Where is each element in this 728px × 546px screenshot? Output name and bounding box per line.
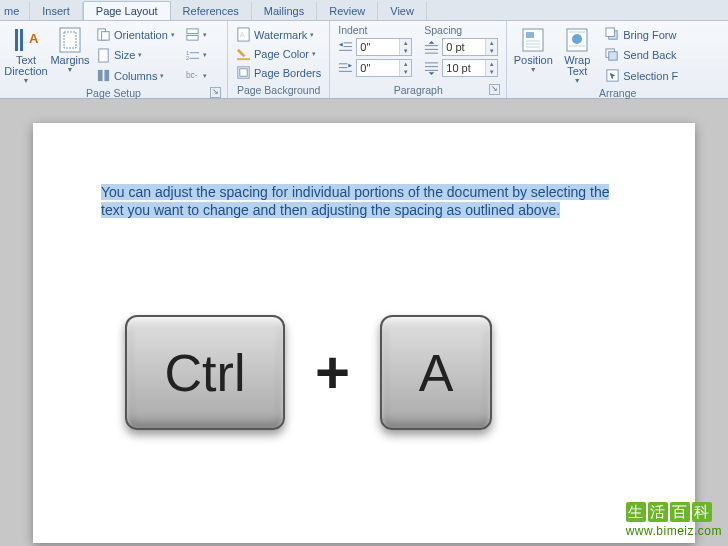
- space-after-spinbox[interactable]: 10 pt ▲▼: [442, 59, 498, 77]
- page-borders-label: Page Borders: [254, 67, 321, 79]
- svg-rect-0: [15, 29, 18, 51]
- space-after-down[interactable]: ▼: [486, 68, 497, 76]
- svg-rect-6: [102, 32, 110, 40]
- columns-button[interactable]: Columns ▾: [94, 67, 177, 84]
- svg-point-40: [572, 34, 582, 44]
- svg-rect-1: [20, 29, 23, 51]
- wm-url: www.bimeiz.com: [626, 524, 722, 538]
- group-page-setup: A Text Direction ▼ Margins ▼ Orientation…: [0, 21, 228, 98]
- key-ctrl: Ctrl: [125, 315, 285, 430]
- space-before-down[interactable]: ▼: [486, 47, 497, 55]
- space-before-up[interactable]: ▲: [486, 39, 497, 47]
- position-dropdown-icon: ▼: [530, 66, 537, 73]
- page-color-button[interactable]: Page Color ▾: [234, 45, 323, 62]
- plus-symbol: +: [315, 338, 350, 407]
- size-label: Size: [114, 49, 135, 61]
- svg-rect-46: [609, 51, 617, 59]
- tab-mailings[interactable]: Mailings: [252, 2, 317, 20]
- page-borders-icon: [236, 65, 251, 80]
- indent-right-down[interactable]: ▼: [400, 68, 411, 76]
- hyphenation-icon: bc-: [185, 68, 200, 83]
- space-before-spinbox[interactable]: 0 pt ▲▼: [442, 38, 498, 56]
- indent-left-value: 0": [357, 41, 399, 53]
- indent-left-spinbox[interactable]: 0" ▲▼: [356, 38, 412, 56]
- tab-references[interactable]: References: [171, 2, 252, 20]
- svg-rect-11: [187, 35, 198, 40]
- svg-rect-44: [606, 28, 614, 36]
- wrap-text-button[interactable]: Wrap Text ▼: [555, 24, 599, 86]
- keyboard-shortcut-overlay: Ctrl + A: [125, 315, 492, 430]
- hyphenation-button[interactable]: bc- ▾: [183, 67, 209, 84]
- selected-text[interactable]: You can adjust the spacing for individua…: [101, 184, 609, 218]
- orientation-button[interactable]: Orientation ▾: [94, 26, 177, 43]
- indent-heading: Indent: [338, 24, 412, 36]
- position-button[interactable]: Position ▼: [511, 24, 555, 86]
- svg-rect-35: [526, 32, 534, 38]
- wm-c3: 百: [670, 502, 690, 522]
- space-before-value: 0 pt: [443, 41, 485, 53]
- arrange-label: Arrange: [599, 87, 636, 99]
- indent-right-spinbox[interactable]: 0" ▲▼: [356, 59, 412, 77]
- text-direction-label: Text Direction: [4, 55, 47, 77]
- group-label-page-background: Page Background: [232, 83, 325, 98]
- size-dropdown-icon: ▾: [138, 51, 142, 59]
- position-label: Position: [514, 55, 553, 66]
- size-button[interactable]: Size ▾: [94, 47, 177, 64]
- paragraph-launcher[interactable]: ↘: [489, 84, 500, 95]
- indent-left-down[interactable]: ▼: [400, 47, 411, 55]
- indent-right-up[interactable]: ▲: [400, 60, 411, 68]
- selection-pane-label: Selection F: [623, 70, 678, 82]
- page-setup-launcher[interactable]: ↘: [210, 87, 221, 98]
- line-numbers-button[interactable]: 12 ▾: [183, 47, 209, 64]
- margins-label: Margins: [50, 55, 89, 66]
- page-background-label: Page Background: [237, 84, 320, 96]
- page-borders-button[interactable]: Page Borders: [234, 64, 323, 81]
- columns-label: Columns: [114, 70, 157, 82]
- paragraph-label: Paragraph: [394, 84, 443, 96]
- source-watermark: 生 活 百 科 www.bimeiz.com: [626, 502, 722, 538]
- svg-rect-9: [104, 70, 109, 81]
- wm-c1: 生: [626, 502, 646, 522]
- line-numbers-icon: 12: [185, 48, 200, 63]
- selection-pane-button[interactable]: Selection F: [603, 67, 680, 84]
- svg-rect-19: [237, 58, 250, 60]
- breaks-button[interactable]: ▾: [183, 26, 209, 43]
- tab-review[interactable]: Review: [317, 2, 378, 20]
- breaks-icon: [185, 27, 200, 42]
- watermark-button[interactable]: A Watermark ▾: [234, 26, 323, 43]
- tab-home[interactable]: me: [0, 2, 30, 20]
- svg-text:A: A: [29, 31, 39, 46]
- margins-button[interactable]: Margins ▼: [48, 24, 92, 86]
- tab-view[interactable]: View: [378, 2, 427, 20]
- watermark-label: Watermark: [254, 29, 307, 41]
- space-after-icon: [424, 61, 439, 76]
- text-direction-button[interactable]: A Text Direction ▼: [4, 24, 48, 86]
- bring-forward-button[interactable]: Bring Forw: [603, 26, 680, 43]
- columns-icon: [96, 68, 111, 83]
- group-paragraph: Indent 0" ▲▼ 0" ▲▼: [330, 21, 507, 98]
- ribbon-tabs: me Insert Page Layout References Mailing…: [0, 0, 728, 21]
- page-setup-label: Page Setup: [86, 87, 141, 99]
- indent-left-icon: [338, 40, 353, 55]
- text-direction-icon: A: [12, 26, 40, 54]
- send-backward-button[interactable]: Send Back: [603, 47, 680, 64]
- size-icon: [96, 48, 111, 63]
- svg-text:2: 2: [186, 55, 189, 61]
- space-after-up[interactable]: ▲: [486, 60, 497, 68]
- send-backward-icon: [605, 48, 620, 63]
- group-arrange: Position ▼ Wrap Text ▼ Bring Forw Send B…: [507, 21, 728, 98]
- send-backward-label: Send Back: [623, 49, 676, 61]
- svg-rect-8: [98, 70, 103, 81]
- line-numbers-dropdown-icon: ▾: [203, 51, 207, 59]
- margins-icon: [56, 26, 84, 54]
- space-after-value: 10 pt: [443, 62, 485, 74]
- indent-right-icon: [338, 61, 353, 76]
- breaks-dropdown-icon: ▾: [203, 31, 207, 39]
- page-color-icon: [236, 46, 251, 61]
- orientation-icon: [96, 27, 111, 42]
- tab-insert[interactable]: Insert: [30, 2, 83, 20]
- selection-pane-icon: [605, 68, 620, 83]
- indent-left-up[interactable]: ▲: [400, 39, 411, 47]
- tab-page-layout[interactable]: Page Layout: [83, 1, 171, 20]
- orientation-label: Orientation: [114, 29, 168, 41]
